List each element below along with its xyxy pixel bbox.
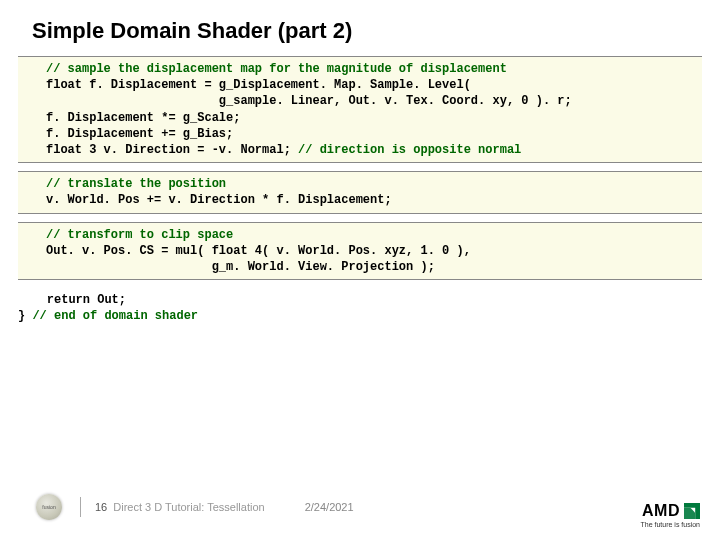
code-line: f. Displacement *= g_Scale; [46, 111, 240, 125]
slide: Simple Domain Shader (part 2) // sample … [0, 0, 720, 540]
page-number: 16 [95, 501, 107, 513]
footer-text: 16 Direct 3 D Tutorial: Tessellation 2/2… [95, 501, 354, 513]
code-block-2: // translate the position v. World. Pos … [18, 171, 702, 213]
code-line: Out. v. Pos. CS = mul( float 4( v. World… [46, 244, 471, 258]
code-line: v. World. Pos += v. Direction * f. Displ… [46, 193, 392, 207]
code-block-3: // transform to clip space Out. v. Pos. … [18, 222, 702, 281]
code-comment: // translate the position [46, 177, 226, 191]
code-line: g_m. World. View. Projection ); [46, 260, 435, 274]
divider [80, 497, 81, 517]
amd-logo: AMD The future is fusion [640, 502, 700, 528]
code-comment: // transform to clip space [46, 228, 233, 242]
amd-tagline: The future is fusion [640, 521, 700, 528]
code-line: return Out; [18, 293, 126, 307]
code-comment: // end of domain shader [32, 309, 198, 323]
code-line: } [18, 309, 32, 323]
footer-date: 2/24/2021 [305, 501, 354, 513]
footer: fusion 16 Direct 3 D Tutorial: Tessellat… [0, 488, 720, 526]
code-line: g_sample. Linear, Out. v. Tex. Coord. xy… [46, 94, 572, 108]
page-title: Simple Domain Shader (part 2) [0, 18, 720, 56]
code-comment: // sample the displacement map for the m… [46, 62, 507, 76]
code-tail: return Out; } // end of domain shader [18, 288, 702, 328]
doc-title: Direct 3 D Tutorial: Tessellation [113, 501, 264, 513]
amd-arrow-icon [684, 503, 700, 519]
code-line: f. Displacement += g_Bias; [46, 127, 233, 141]
code-block-1: // sample the displacement map for the m… [18, 56, 702, 163]
amd-wordmark: AMD [642, 502, 680, 520]
amd-mark: AMD [640, 502, 700, 520]
code-line: float f. Displacement = g_Displacement. … [46, 78, 471, 92]
code-comment: // direction is opposite normal [298, 143, 521, 157]
fusion-badge-icon: fusion [36, 494, 62, 520]
code-line: float 3 v. Direction = -v. Normal; [46, 143, 298, 157]
